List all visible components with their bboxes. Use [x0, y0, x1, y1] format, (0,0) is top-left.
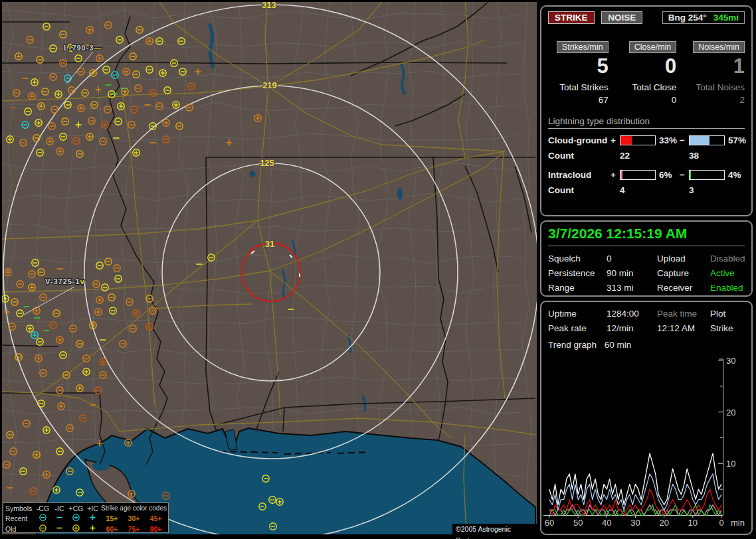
peak-time-value: 12:12 AM [657, 323, 710, 333]
age-code: 15+ [101, 514, 123, 523]
capture-status: Active [710, 268, 745, 278]
squelch-value: 0 [607, 254, 657, 264]
legend-symbol-m [55, 524, 64, 532]
receiver-label: Receiver [657, 283, 710, 293]
nexstorm-window: 31321912531 L-790-3—V-3725-1v Symbols -C… [0, 0, 756, 539]
capture-label: Capture [657, 268, 710, 278]
receiver-status: Enabled [710, 283, 745, 293]
storm-cell-label: L-790-3— [64, 44, 102, 52]
total-strikes-label: Total Strikes [548, 82, 609, 92]
total-noises-label: Total Noises [684, 82, 745, 92]
intracloud-label: Intracloud [548, 170, 611, 180]
peak-rate-label: Peak rate [548, 323, 607, 333]
legend-col--ic: -IC [51, 504, 68, 513]
y-tick-label: 10 [726, 459, 735, 469]
strike-mode-button[interactable]: STRIKE [548, 11, 595, 24]
legend-symbol-cm [39, 513, 47, 522]
trend-graph: 1020306050403020100min [539, 345, 755, 538]
bearing-readout: Bng 254°345mi [662, 11, 745, 24]
x-tick-label: 20 [659, 518, 668, 528]
noises-column: Noises/min 1 Total Noises 2 [684, 41, 745, 105]
map-legend: Symbols -CG -IC +CG +IC Strike age color… [3, 502, 169, 533]
cloud-ground-row: Cloud-ground + 33% − 57% [548, 135, 745, 145]
range-ring-label: 313 [262, 2, 276, 10]
persistence-value: 90 min [607, 268, 657, 278]
bearing-distance: 345mi [713, 13, 739, 23]
x-tick-label: 0 [719, 518, 723, 528]
legend-symbol-p [88, 524, 97, 532]
legend-header-row: Symbols -CG -IC +CG +IC Strike age color… [5, 504, 166, 513]
cg-minus-count: 38 [689, 151, 725, 161]
total-close-value: 0 [616, 95, 677, 105]
ic-plus-count: 4 [620, 185, 656, 195]
cloud-ground-count-row: Count 22 38 [548, 151, 745, 161]
x-tick-label: 10 [688, 518, 698, 528]
cg-plus-percent: 33% [656, 135, 680, 145]
range-ring-label: 125 [260, 158, 274, 168]
legend-symbol-m [55, 513, 64, 522]
noise-mode-button[interactable]: NOISE [601, 11, 642, 24]
squelch-label: Squelch [548, 254, 607, 264]
strike-stats-panel: STRIKE NOISE Bng 254°345mi Strikes/min 5… [540, 5, 753, 216]
legend-age-title: Strike age color codes [101, 504, 167, 513]
legend-symbol-cp [72, 524, 80, 532]
cg-plus-bar [620, 135, 656, 145]
legend-symbol-cp [72, 513, 80, 522]
age-code: 30+ [123, 514, 145, 523]
intracloud-count-row: Count 4 3 [548, 185, 745, 195]
trend-series-Total strikes [549, 453, 721, 505]
age-code: 90+ [145, 524, 167, 534]
ic-minus-percent: 4% [725, 170, 745, 180]
legend-row-old: Old60+75+90+ [5, 524, 166, 534]
peak-rate-value: 12/min [607, 323, 657, 333]
ic-minus-count: 3 [689, 185, 725, 195]
cg-plus-count: 22 [620, 151, 656, 161]
trend-series-+CG [549, 489, 721, 515]
noises-per-min-value: 1 [684, 54, 745, 78]
legend-symbol-cm [39, 524, 47, 532]
upload-status: Disabled [710, 254, 745, 264]
legend-col-+ic: +IC [84, 504, 101, 513]
close-column: Close/min 0 Total Close 0 [616, 41, 677, 105]
peak-time-label: Peak time [657, 309, 710, 319]
plot-value: Strike [710, 323, 745, 333]
cg-minus-percent: 57% [725, 135, 746, 145]
strikes-column: Strikes/min 5 Total Strikes 67 [548, 41, 609, 105]
persistence-label: Persistence [548, 268, 607, 278]
plot-label: Plot [710, 309, 745, 319]
cloud-ground-label: Cloud-ground [548, 135, 611, 145]
distribution-title: Lightning type distribution [548, 116, 745, 129]
strikes-per-min-button[interactable]: Strikes/min [557, 41, 609, 53]
bearing-label: Bng 254° [668, 13, 707, 23]
status-panel: 3/7/2026 12:15:19 AM Squelch 0 Upload Di… [540, 220, 753, 297]
count-label: Count [548, 185, 611, 195]
uptime-label: Uptime [548, 309, 607, 319]
plus-sign: + [611, 170, 620, 180]
ic-minus-bar [689, 170, 725, 180]
datetime-display: 3/7/2026 12:15:19 AM [548, 226, 745, 246]
minus-sign: − [680, 170, 689, 180]
legend-symbol-p [88, 513, 97, 522]
intracloud-row: Intracloud + 6% − 4% [548, 170, 745, 180]
total-strikes-value: 67 [548, 95, 609, 105]
age-code: 60+ [101, 524, 123, 534]
plus-sign: + [611, 135, 620, 145]
noises-per-min-button[interactable]: Noises/min [693, 41, 745, 53]
lightning-map[interactable]: 31321912531 L-790-3—V-3725-1v [2, 2, 537, 534]
total-noises-value: 2 [684, 95, 745, 105]
total-close-label: Total Close [616, 82, 677, 92]
range-ring-label: 219 [262, 80, 277, 90]
strikes-per-min-value: 5 [548, 54, 609, 78]
x-tick-label: 40 [602, 518, 611, 528]
y-tick-label: 20 [726, 408, 735, 418]
x-axis-unit: min [731, 518, 745, 528]
copyright-bar: ©2005 Astrogenic Systems [452, 524, 537, 535]
count-label: Count [548, 151, 611, 161]
upload-label: Upload [657, 254, 710, 264]
close-per-min-value: 0 [616, 54, 677, 78]
range-value: 313 mi [607, 283, 657, 293]
close-per-min-button[interactable]: Close/min [629, 41, 677, 53]
x-tick-label: 50 [573, 518, 583, 528]
x-tick-label: 30 [630, 518, 640, 528]
range-ring-label: 31 [265, 239, 274, 249]
